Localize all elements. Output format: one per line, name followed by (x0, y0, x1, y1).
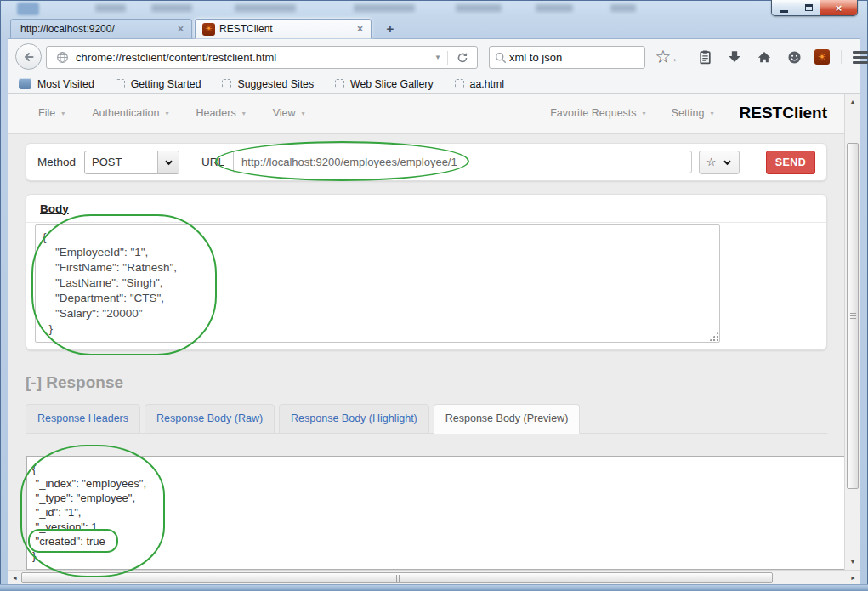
bookmark-web-slice-gallery[interactable]: Web Slice Gallery (335, 78, 434, 90)
maximize-button[interactable] (797, 0, 820, 15)
chevron-down-icon: ▾ (711, 110, 714, 117)
tab-response-body-preview[interactable]: Response Body (Preview) (434, 404, 581, 434)
titlebar-blur-decor (17, 3, 39, 15)
search-icon (495, 48, 507, 68)
body-header: Body (26, 195, 826, 223)
bookmarks-bar: Most Visited Getting Started Suggested S… (8, 75, 860, 94)
titlebar-blur-decor (536, 4, 573, 12)
scroll-up-icon[interactable]: ▲ (845, 95, 860, 108)
close-window-button[interactable]: × (820, 0, 857, 15)
send-button[interactable]: SEND (766, 151, 815, 174)
search-input[interactable] (509, 51, 659, 64)
bookmark-suggested-sites[interactable]: Suggested Sites (222, 78, 314, 90)
body-title: Body (40, 202, 69, 215)
divider (684, 50, 684, 64)
menu-hamburger-icon[interactable] (853, 51, 868, 64)
scroll-right-icon[interactable]: ► (847, 571, 859, 584)
chevron-down-icon: ▾ (165, 110, 168, 117)
bookmark-label: aa.html (470, 78, 504, 90)
chevron-down-icon: ▾ (242, 110, 246, 117)
body-panel: Body { "EmployeeId": "1", "FirstName": "… (26, 194, 827, 350)
bookmark-label: Web Slice Gallery (350, 78, 434, 90)
tab-restclient[interactable]: ☀ RESTClient × (195, 19, 372, 38)
chevron-down-icon: ▾ (302, 110, 305, 117)
menu-view[interactable]: View▾ (273, 107, 305, 119)
url-text: chrome://restclient/content/restclient.h… (76, 51, 428, 64)
favorite-url-group: ☆ (699, 151, 740, 174)
chevron-down-icon: ▾ (643, 110, 646, 117)
bookmark-placeholder-icon (222, 79, 231, 88)
tab-localhost[interactable]: http://localhost:9200/ × (10, 19, 192, 38)
scroll-down-icon[interactable]: ▼ (845, 555, 860, 568)
address-bar[interactable]: chrome://restclient/content/restclient.h… (46, 46, 478, 69)
vertical-scrollbar-thumb[interactable] (847, 143, 859, 489)
back-button[interactable] (15, 43, 42, 70)
search-bar[interactable]: → (489, 46, 645, 69)
bookmark-getting-started[interactable]: Getting Started (116, 78, 201, 90)
bookmark-placeholder-icon (335, 79, 344, 88)
bookmark-aa-html[interactable]: aa.html (455, 78, 504, 90)
reload-icon[interactable] (453, 48, 472, 68)
sun-glyph: ☀ (818, 52, 827, 62)
menu-headers[interactable]: Headers▾ (196, 107, 245, 119)
menu-left-group: File▾ Authentication▾ Headers▾ View▾ (38, 107, 305, 119)
horizontal-scrollbar[interactable]: ◄ ► (8, 570, 860, 584)
titlebar-blur-decor (235, 4, 296, 12)
titlebar-blur-decor (456, 4, 502, 12)
tab-close-icon[interactable]: × (170, 23, 191, 35)
navigation-toolbar: chrome://restclient/content/restclient.h… (8, 38, 860, 75)
home-icon[interactable] (755, 47, 774, 67)
divider (841, 50, 842, 64)
bookmark-label: Most Visited (37, 78, 94, 90)
restclient-addon-icon[interactable]: ☀ (814, 49, 830, 65)
vertical-scrollbar[interactable]: ▲ ▼ (844, 94, 860, 570)
method-value: POST (85, 156, 157, 168)
bookmark-label: Suggested Sites (237, 78, 314, 90)
tab-bar: http://localhost:9200/ × ☀ RESTClient × … (0, 19, 868, 38)
chevron-down-icon: ▾ (61, 110, 65, 117)
request-url-input[interactable] (233, 151, 692, 173)
tab-response-body-highlight[interactable]: Response Body (Highlight) (279, 404, 429, 434)
window-frame-bottom (0, 584, 868, 591)
maximize-icon (805, 4, 813, 11)
titlebar-blur-decor (610, 4, 636, 12)
url-history-chevron-icon[interactable] (723, 159, 732, 166)
window-controls: × (771, 0, 858, 16)
titlebar-blur-decor (354, 4, 415, 12)
menu-file[interactable]: File▾ (38, 107, 65, 119)
toolbar-icons: ☆ (654, 44, 868, 70)
horizontal-scrollbar-thumb[interactable] (21, 572, 773, 583)
method-select[interactable]: POST (84, 151, 179, 174)
bookmark-label: Getting Started (131, 78, 201, 90)
titlebar-blur-decor (151, 4, 192, 12)
url-label: URL (201, 156, 224, 168)
request-body-textarea[interactable]: { "EmployeeId": "1", "FirstName": "Ratne… (35, 224, 720, 343)
back-arrow-icon (22, 50, 36, 64)
most-visited-icon (19, 78, 31, 89)
menu-favorite-requests[interactable]: Favorite Requests▾ (550, 107, 645, 119)
new-tab-button[interactable]: + (380, 21, 400, 37)
tab-response-body-raw[interactable]: Response Body (Raw) (145, 404, 275, 434)
downloads-icon[interactable] (725, 47, 744, 67)
response-heading[interactable]: [-] Response (26, 373, 123, 392)
select-dropmarker-icon[interactable] (157, 151, 179, 173)
urlbar-dropdown-icon[interactable]: ▼ (434, 54, 441, 61)
minimize-button[interactable] (772, 0, 797, 15)
titlebar-blur-decor (95, 4, 126, 12)
favorite-star-icon[interactable]: ☆ (706, 156, 717, 168)
scroll-left-icon[interactable]: ◄ (9, 571, 21, 584)
menu-setting[interactable]: Setting▾ (672, 107, 714, 119)
tab-response-headers[interactable]: Response Headers (26, 404, 140, 434)
clipboard-icon[interactable] (695, 47, 714, 67)
restclient-menubar: File▾ Authentication▾ Headers▾ View▾ Fav… (8, 94, 844, 134)
bookmark-most-visited[interactable]: Most Visited (19, 78, 94, 90)
menu-authentication[interactable]: Authentication▾ (92, 107, 168, 119)
tab-title: RESTClient (212, 23, 273, 35)
request-panel: Method POST URL ☆ SEND (26, 143, 827, 181)
browser-window: × http://localhost:9200/ × ☀ RESTClient … (0, 0, 868, 591)
restclient-logo: RESTClient (740, 104, 827, 122)
feedback-smiley-icon[interactable] (785, 47, 803, 67)
page-viewport: File▾ Authentication▾ Headers▾ View▾ Fav… (8, 94, 844, 570)
bookmark-star-icon[interactable]: ☆ (654, 47, 672, 67)
tab-close-icon[interactable]: × (349, 23, 371, 35)
